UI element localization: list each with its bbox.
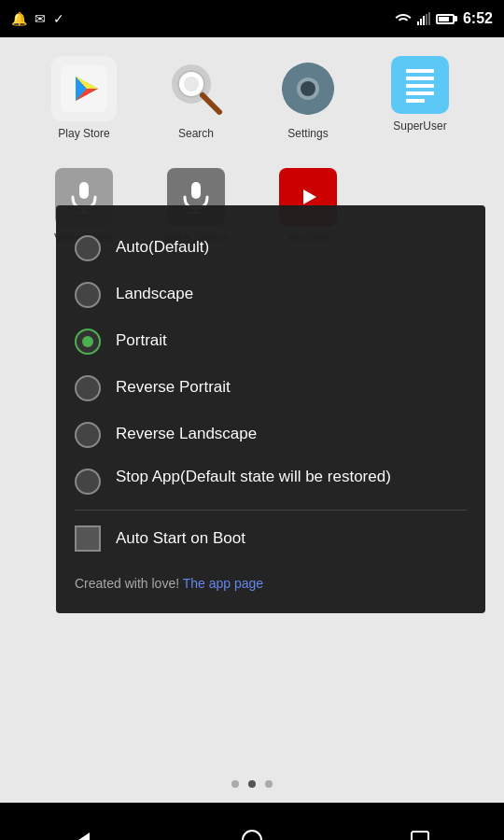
svg-rect-1 [420,19,422,25]
main-content: Play Store Search [0,37,504,765]
home-button[interactable] [229,817,275,840]
status-bar: 🔔 ✉ ✓ 6:52 [0,0,504,37]
wifi-icon [395,12,412,25]
superuser-icon [391,56,449,114]
bottom-nav [0,803,504,840]
svg-rect-0 [417,21,419,25]
back-button[interactable] [61,817,107,840]
checkbox-auto-start[interactable] [75,525,101,552]
dialog-overlay: Auto(Default) Landscape Portrait Reverse… [56,205,485,613]
dialog-divider [75,510,467,511]
option-reverse-portrait[interactable]: Reverse Portrait [75,364,467,411]
app-item-search[interactable]: Search [154,56,238,140]
svg-rect-3 [426,14,427,25]
app-item-settings[interactable]: Settings [266,56,350,140]
search-icon [163,56,229,121]
status-time: 6:52 [463,10,493,27]
play-store-icon [51,56,117,121]
status-bar-icons: 🔔 ✉ ✓ [11,11,64,26]
page-dot-3 [265,780,273,788]
recent-button[interactable] [397,817,443,840]
signal-icon [417,12,430,25]
footer-text: Created with love! [75,576,179,591]
page-dot-2 [248,780,256,788]
radio-portrait[interactable] [75,329,101,355]
option-auto-start[interactable]: Auto Start on Boot [75,516,467,561]
alarm-icon: 🔔 [11,11,27,26]
option-stop-app[interactable]: Stop App(Default state will be restored) [75,457,467,504]
radio-landscape[interactable] [75,282,101,308]
task-icon: ✓ [53,11,64,26]
app-row-1: Play Store Search [28,56,476,140]
dialog-footer: Created with love! The app page [75,576,467,591]
option-landscape[interactable]: Landscape [75,271,467,317]
option-reverse-portrait-label: Reverse Portrait [116,377,231,398]
app-item-play-store[interactable]: Play Store [42,56,126,140]
option-auto-start-label: Auto Start on Boot [116,528,245,549]
superuser-label: SuperUser [393,119,446,133]
radio-reverse-portrait[interactable] [75,375,101,401]
svg-point-13 [184,77,199,91]
svg-point-16 [301,81,315,96]
status-bar-right: 6:52 [395,10,493,27]
settings-label: Settings [287,127,328,140]
page-dot-1 [231,780,239,788]
svg-rect-19 [282,86,289,91]
svg-rect-2 [423,16,425,25]
page-indicators [0,765,504,803]
option-stop-app-label: Stop App(Default state will be restored) [116,467,391,487]
radio-auto[interactable] [75,235,101,261]
battery-icon [436,14,457,24]
settings-icon [275,56,341,121]
svg-rect-33 [191,182,201,199]
svg-rect-17 [305,63,311,70]
svg-rect-27 [406,84,434,88]
footer-link[interactable]: The app page [183,576,263,591]
svg-rect-26 [406,77,434,80]
svg-rect-29 [406,99,425,103]
svg-rect-18 [305,107,311,115]
option-landscape-label: Landscape [116,284,193,304]
play-store-label: Play Store [58,127,109,140]
svg-rect-25 [406,69,434,73]
svg-rect-40 [412,832,428,840]
svg-rect-28 [406,91,434,95]
radio-stop-app[interactable] [75,469,101,495]
radio-reverse-landscape[interactable] [75,422,101,448]
svg-point-39 [243,831,261,840]
svg-rect-30 [79,182,89,199]
app-item-superuser[interactable]: SuperUser [378,56,462,140]
radio-portrait-inner [82,336,93,347]
option-portrait-label: Portrait [116,330,167,351]
svg-rect-4 [428,12,430,25]
option-reverse-landscape-label: Reverse Landscape [116,424,257,444]
svg-marker-38 [78,833,90,840]
option-auto-label: Auto(Default) [116,237,209,258]
option-auto[interactable]: Auto(Default) [75,224,467,271]
svg-line-12 [203,95,219,112]
email-icon: ✉ [35,11,46,26]
option-portrait[interactable]: Portrait [75,317,467,364]
search-label: Search [178,127,214,140]
option-reverse-landscape[interactable]: Reverse Landscape [75,411,467,457]
svg-rect-20 [327,86,334,91]
